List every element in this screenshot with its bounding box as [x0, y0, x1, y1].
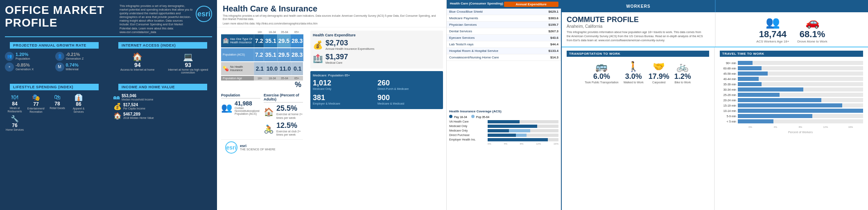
travel-bar-fill — [738, 82, 762, 86]
internet-section: INTERNET ACCESS (INDEX) 🏠 94 Access to I… — [108, 37, 217, 79]
travel-bar-row: 45-59 min — [720, 71, 863, 76]
exercise-item-home: 🏠 25.5% Exercise at home 2+ times per we… — [264, 104, 303, 120]
coverage-section: Health Insurance Coverage (ACS) Pay 18-3… — [447, 107, 561, 210]
insurance-row-label-no: 💊 No Health Insurance — [221, 62, 254, 75]
coverage-bars: VA Health Care Medicaid Only Medicare On… — [449, 120, 558, 141]
row-val-0: $629.1 — [534, 10, 558, 13]
workers-icon: 👥 — [756, 16, 789, 29]
income-label-home: 2018 Median Home Value — [123, 116, 154, 119]
travel-bar-row: 90+ min — [720, 61, 863, 65]
transport-public-label: Took Public Transportation — [585, 81, 619, 84]
home-services-icon: 🔧 — [5, 115, 25, 123]
travel-bar-fill — [738, 77, 759, 81]
panel3-rows: Blue Cross/Blue Shield $629.1 Medicare P… — [447, 9, 561, 107]
drive-icon: 🚗 — [797, 16, 827, 29]
population-box: Population 👥 41,988 Civilian Noninstitut… — [221, 93, 260, 137]
ins-cell-r1c3: 29.5 — [277, 34, 290, 47]
coverage-bar-label: Employer Health Ins. — [449, 138, 486, 141]
travel-bar-row: 10-14 min — [720, 109, 863, 113]
income-label-median: Median Household Income — [122, 98, 153, 101]
coverage-bar-label: Medicare Only — [449, 129, 486, 132]
worker-stats: 👥 18,744 ACS Workers Age 18+ 🚗 68.1% Dro… — [756, 16, 827, 43]
panel2-header: Health Care & Insurance This infographic… — [217, 0, 446, 27]
panel4-body: TRANSPORTATION TO WORK 🚌 6.0% Took Publi… — [562, 47, 868, 210]
travel-bar-track — [738, 66, 863, 70]
panel2-title: Health Care & Insurance — [223, 4, 441, 13]
ins-cell-r3c2: 10.0 — [265, 62, 278, 75]
genx-icon: × — [5, 63, 14, 71]
medicare-employer: 381 Employer & Medicare — [313, 94, 376, 105]
lifestyle-label-apparel: Apparel & Services — [69, 107, 88, 114]
medical-care-label: Medical Care — [326, 61, 348, 65]
ins-cell-r2c3: 29.5 — [277, 48, 290, 61]
medicare-title: Medicare: Population 65+ — [313, 74, 441, 77]
insurance-row-has: 🏥 Has One Type Of Health Insurance 7.2 3… — [221, 34, 303, 47]
growth-item-genx: × -0.85% Generation X — [5, 63, 54, 71]
panel4-header-left: COMMUTE PROFILE Anaheim, California This… — [562, 12, 715, 47]
annual-health-expenditure: 💰 $2,703 Annual Health Insurance Expendi… — [313, 39, 441, 51]
exercise-label-home: Exercise at home 2+ times per week — [276, 113, 303, 120]
travel-bar-label: 15-19 min — [720, 104, 736, 107]
expenditure-title: Health Care Expenditure — [313, 33, 441, 37]
travel-time-section: TRAVEL TIME TO WORK 90+ min 60-89 min 45… — [715, 47, 868, 210]
transport-walk: 🚶 3.0% Walked to Work — [624, 61, 644, 84]
row-name-6: Hospital Room & Hospital Service — [449, 49, 534, 53]
transport-title: TRANSPORTATION TO WORK — [567, 51, 709, 57]
age-3564: 35-64 — [278, 76, 291, 80]
lifestyle-item-apparel: 👔 86 Apparel & Services — [69, 94, 88, 114]
panel-expenditure-table: Health Care (Consumer Spending) Annual E… — [446, 0, 561, 210]
genz-icon: 👤 — [55, 52, 64, 61]
travel-bar-row: 25-29 min — [720, 93, 863, 97]
travel-axis: 0% 4% 8% 12% 16% — [720, 126, 863, 128]
expenditure-icon: 💰 — [313, 40, 323, 50]
highspeed-icon: 💻 — [164, 52, 212, 62]
panel4-header: COMMUTE PROFILE Anaheim, California This… — [562, 12, 868, 47]
panel2-right: Health Care Expenditure 💰 $2,703 Annual … — [307, 27, 446, 210]
travel-bar-fill — [738, 109, 863, 113]
travel-bar-row: < 5 min — [720, 119, 863, 123]
health-card-icon: 🏥 — [223, 38, 229, 44]
travel-bar-track — [738, 98, 863, 102]
meals-icon: 🍽 — [5, 94, 25, 101]
growth-item-population: 👥 1.20% Population — [5, 52, 54, 61]
percent-label: % — [221, 80, 303, 89]
worker-count-val: 18,744 — [756, 29, 789, 40]
exercise-box: Exercise (Percent of Adults) 🏠 25.5% Exe… — [264, 93, 303, 137]
panel1-title: OFFICE MARKET PROFILE — [5, 4, 104, 29]
walk-icon: 🚶 — [624, 61, 644, 72]
travel-bar-track — [738, 71, 863, 76]
annual-health-label: Annual Health Insurance Expenditures — [326, 47, 374, 51]
worker-stat-drive: 🚗 68.1% Drove Alone to Work — [797, 16, 827, 43]
coverage-bar-fill1 — [488, 125, 537, 128]
travel-bar-track — [738, 109, 863, 113]
internet-grid: 🏠 94 Access to Internet at home 💻 93 Int… — [113, 50, 212, 76]
lifestyle-label-entertainment: Entertainment/ Recreation — [26, 107, 46, 114]
travel-bar-track — [738, 119, 863, 123]
no-insurance-icon: 💊 — [223, 66, 229, 71]
taxis-16: 16% — [838, 126, 863, 128]
growth-label-millennial: Millennial — [66, 67, 79, 71]
panel2-subtitle: This infographic provides a set of key d… — [223, 14, 441, 21]
growth-label-genx: Generation X — [16, 67, 34, 71]
legend-dot-3564 — [471, 115, 475, 118]
transport-stats: 🚌 6.0% Took Public Transportation 🚶 3.0%… — [567, 61, 709, 84]
coverage-bar-track — [488, 129, 558, 132]
coverage-bar-fill1 — [488, 138, 548, 141]
esri-label: esri — [240, 144, 276, 148]
medicare-direct-label: Direct-Purch & Medicare — [377, 87, 441, 90]
row-name-0: Blue Cross/Blue Shield — [449, 10, 534, 13]
panel2-left: 18+ 18-34 35-64 65+ 🏥 Has One Type Of He… — [217, 27, 307, 210]
medicare-only-val: 1,012 — [313, 79, 376, 87]
travel-bar-label: 40-44 min — [720, 78, 736, 80]
growth-val-population: 1.20% — [16, 52, 30, 57]
exercise-title: Exercise (Percent of Adults) — [264, 93, 303, 103]
travel-bar-label: 5-9 min — [720, 115, 736, 118]
taxis-0: 0% — [738, 126, 763, 128]
medicare-medicaid-val: 900 — [377, 94, 441, 102]
legend-dot-1834 — [449, 115, 452, 118]
coverage-bar-row: Employer Health Ins. — [449, 138, 558, 141]
travel-bar-fill — [738, 66, 762, 70]
medical-care-icon: 🏥 — [313, 54, 323, 63]
internet-section-header: INTERNET ACCESS (INDEX) — [118, 42, 207, 49]
commute-description: This infographic provides information ab… — [567, 30, 706, 42]
